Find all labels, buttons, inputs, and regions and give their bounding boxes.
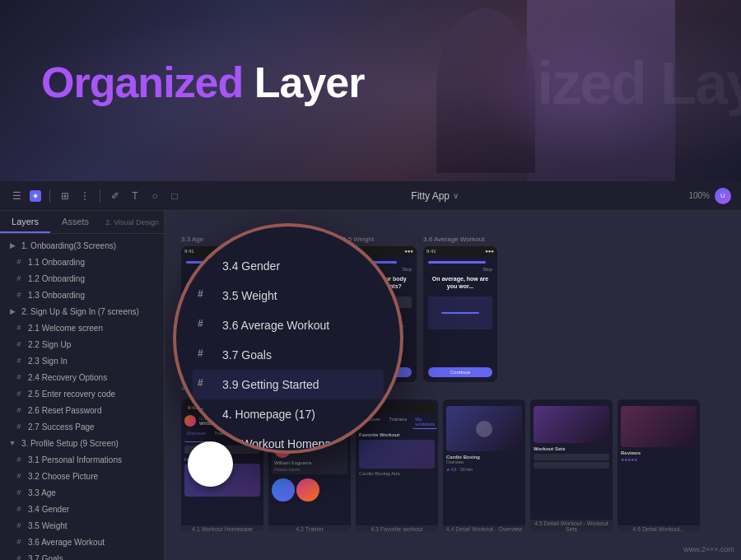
layer-label: 2.1 Welcome screen — [28, 324, 103, 333]
layer-label: 3.6 Average Workout — [28, 538, 105, 547]
layer-label: 2. Sign Up & Sign In (7 screens) — [21, 307, 139, 316]
sets-banner — [534, 406, 609, 443]
mag-item-gender[interactable]: # 3.4 Gender — [193, 251, 384, 281]
layer-label: 3.4 Gender — [28, 505, 69, 514]
left-sidebar: Layers Assets 2. Visual Design ▶ 1. Onbo… — [0, 211, 165, 560]
bottom-card-detail-sets: Workout Sets 4.5 Detail Workout - Workou… — [530, 399, 613, 531]
layer-item-goals[interactable]: # 3.7 Goals — [0, 550, 164, 560]
layer-label: 3.7 Goals — [28, 554, 63, 561]
layer-item-signin[interactable]: # 2.3 Sign In — [0, 352, 164, 369]
trainer-specialty: Fitness trainer — [274, 467, 345, 472]
layer-item-welcome[interactable]: # 2.1 Welcome screen — [0, 320, 164, 336]
hero-title-accent: Organized — [41, 58, 243, 106]
workout-selector[interactable] — [428, 296, 492, 329]
magnifier-lens: # 3.4 Gender # 3.5 Weight # 3.6 Average … — [173, 223, 403, 454]
layer-item-onboarding-1[interactable]: # 1.1 Onboarding — [0, 254, 164, 270]
detail-banner — [446, 406, 522, 451]
layer-item-onboarding-2[interactable]: # 1.2 Onboarding — [0, 270, 164, 287]
workout-slider[interactable] — [441, 312, 480, 314]
layer-item-weight[interactable]: # 3.5 Weight — [0, 517, 164, 534]
tab-layers[interactable]: Layers — [0, 211, 50, 233]
set-item-2 — [534, 462, 609, 469]
sidebar-tabs: Layers Assets 2. Visual Design — [0, 211, 164, 234]
sets-list — [534, 454, 609, 469]
layer-label: 3.2 Choose Picture — [28, 472, 98, 481]
layer-item-avg-workout[interactable]: # 3.6 Average Workout — [0, 534, 164, 550]
skip-button-3: Skip — [402, 267, 412, 272]
mag-item-avg-workout[interactable]: # 3.6 Average Workout — [193, 310, 384, 340]
hash-icon-1: # — [198, 259, 212, 273]
layer-item-personal-info[interactable]: # 3.1 Personal Informations — [0, 451, 164, 468]
mag-label-workout-home: 4.1 Workout Homepag... — [222, 437, 347, 450]
mag-label-avg-workout: 3.6 Average Workout — [222, 319, 329, 332]
layer-label: 3. Profile Setup (9 Screen) — [21, 439, 119, 448]
layer-item-recovery-code[interactable]: # 2.5 Enter recovery code — [0, 385, 164, 402]
toolbar-divider-1 — [49, 189, 50, 203]
sidebar-items-list: ▶ 1. Onboarding(3 Screens) # 1.1 Onboard… — [0, 234, 164, 560]
tool-more-icon[interactable]: ⋯ — [78, 189, 91, 203]
hash-icon-2: # — [198, 288, 212, 303]
menu-icon[interactable]: ☰ — [10, 189, 23, 203]
status-icons-4: ●●● — [485, 249, 494, 254]
workouts-tab-3[interactable]: My workouts — [412, 415, 437, 429]
progress-bar-4 — [428, 261, 486, 264]
user-avatar[interactable]: U — [715, 188, 731, 204]
layer-item-onboarding-3[interactable]: # 1.3 Onboarding — [0, 287, 164, 303]
tool-text-icon[interactable]: T — [128, 189, 142, 203]
zoom-level[interactable]: 100% — [688, 191, 710, 200]
tool-move-icon[interactable]: ◈ — [30, 190, 41, 202]
layer-label: 1.3 Onboarding — [28, 291, 85, 300]
tool-frame-icon[interactable]: ⊞ — [58, 189, 72, 203]
layer-item-gender[interactable]: # 3.4 Gender — [0, 501, 164, 517]
layer-item-choose-picture[interactable]: # 3.2 Choose Picture — [0, 468, 164, 484]
mag-item-weight[interactable]: # 3.5 Weight — [193, 281, 384, 310]
layer-label: 2.5 Enter recovery code — [28, 390, 115, 399]
layer-label: 2.2 Sign Up — [28, 340, 71, 349]
layer-item-success-page[interactable]: # 2.7 Success Page — [0, 418, 164, 435]
layer-label: 1. Onboarding(3 Screens) — [21, 241, 116, 250]
mag-label-goals: 3.7 Goals — [222, 348, 272, 362]
status-bar-4: 9:41 ●●● — [423, 246, 497, 256]
layer-item-signup[interactable]: # 2.2 Sign Up — [0, 336, 164, 352]
frame-icon: # — [13, 520, 25, 531]
text-icon: T — [198, 407, 212, 422]
tool-pen-icon[interactable]: ✐ — [109, 189, 122, 203]
tool-rect-icon[interactable]: □ — [168, 189, 181, 203]
layer-label: 1.2 Onboarding — [28, 274, 85, 283]
layer-item-profile-group[interactable]: ▼ 3. Profile Setup (9 Screen) — [0, 435, 164, 451]
mag-item-getting-started[interactable]: # 3.9 Getting Started — [193, 370, 384, 399]
continue-button-avg[interactable]: Continue — [428, 367, 492, 377]
hash-icon-4: # — [198, 348, 212, 362]
stat-1: ★ 4.8 — [446, 467, 456, 472]
frame-icon: # — [13, 388, 25, 399]
layer-item-onboarding-group[interactable]: ▶ 1. Onboarding(3 Screens) — [0, 237, 164, 254]
trainer-name: William Esguerra — [274, 460, 345, 465]
phone-screen-avg-workout: 9:41 ●●● Skip On average, how are you wo… — [423, 246, 497, 382]
stat-2: · 30 min — [458, 467, 473, 472]
tab-assets[interactable]: Assets — [50, 211, 100, 233]
card-label-4: 4.4 Detail Workout - Overview — [443, 525, 525, 531]
toolbar-divider-2 — [100, 189, 100, 203]
frame-icon: # — [13, 289, 25, 301]
collapse-icon: ▼ — [7, 437, 18, 449]
layer-label: 1.1 Onboarding — [28, 258, 85, 267]
frame-icon: # — [13, 322, 25, 334]
layer-item-reset-password[interactable]: # 2.6 Reset Password — [0, 402, 164, 418]
question-text-4: On average, how are you wor... — [428, 275, 492, 290]
layer-label: 3.3 Age — [28, 488, 56, 497]
frame-icon: # — [13, 487, 25, 498]
app-name-label: Fitty App — [411, 190, 450, 202]
chevron-down-icon[interactable]: ∨ — [453, 191, 459, 200]
mag-label-gender: 3.4 Gender — [222, 259, 280, 273]
frame-icon: # — [13, 338, 25, 350]
layer-item-recovery-options[interactable]: # 2.4 Recovery Options — [0, 369, 164, 385]
tool-shape-icon[interactable]: ○ — [148, 189, 161, 203]
frame-icon: # — [13, 470, 25, 482]
layer-item-signup-group[interactable]: ▶ 2. Sign Up & Sign In (7 screens) — [0, 303, 164, 320]
phone-content-avg-workout: Skip On average, how are you wor... Cont… — [423, 256, 497, 382]
mag-item-homepage[interactable]: T 4. Homepage (17) — [193, 399, 384, 429]
frame-icon: # — [13, 553, 25, 560]
mag-item-goals[interactable]: # 3.7 Goals — [193, 340, 384, 370]
play-btn[interactable] — [476, 421, 492, 437]
layer-item-age[interactable]: # 3.3 Age — [0, 484, 164, 501]
